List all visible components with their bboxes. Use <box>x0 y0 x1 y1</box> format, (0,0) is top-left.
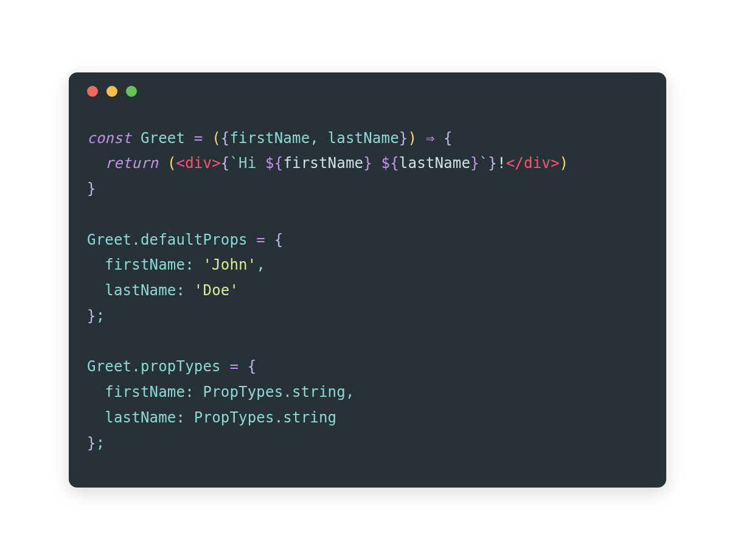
code-block: const Greet = ({firstName, lastName}) ⇒ … <box>69 97 666 488</box>
code-line-13: }; <box>87 435 105 452</box>
jsx-open-tag: <div> <box>176 155 221 172</box>
code-line-10: Greet.propTypes = { <box>87 358 256 375</box>
code-line-7: lastName: 'Doe' <box>87 282 239 299</box>
code-line-1: const Greet = ({firstName, lastName}) ⇒ … <box>87 130 453 147</box>
jsx-close-tag: </div> <box>506 155 560 172</box>
keyword-return: return <box>105 155 158 172</box>
code-line-3: } <box>87 180 96 197</box>
minimize-icon[interactable] <box>106 86 117 97</box>
code-line-5: Greet.defaultProps = { <box>87 231 283 248</box>
code-line-6: firstName: 'John', <box>87 256 265 273</box>
maximize-icon[interactable] <box>126 86 137 97</box>
code-line-2: return (<div>{`Hi ${firstName} ${lastNam… <box>87 155 568 172</box>
code-window: const Greet = ({firstName, lastName}) ⇒ … <box>69 72 666 488</box>
window-titlebar <box>69 72 666 97</box>
keyword-const: const <box>87 130 131 147</box>
close-icon[interactable] <box>87 86 98 97</box>
code-line-8: }; <box>87 307 105 324</box>
code-line-12: lastName: PropTypes.string <box>87 409 336 426</box>
identifier-greet: Greet <box>141 130 185 147</box>
code-line-11: firstName: PropTypes.string, <box>87 383 355 401</box>
arrow-operator: ⇒ <box>426 130 435 147</box>
